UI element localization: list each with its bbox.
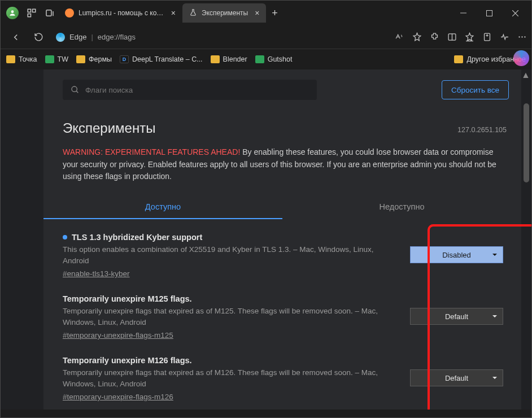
collections-icon[interactable]	[482, 32, 492, 42]
favorites-icon[interactable]	[465, 32, 474, 42]
tab-label: Эксперименты	[202, 9, 248, 17]
modified-dot-icon	[63, 235, 67, 240]
menu-icon[interactable]	[517, 32, 527, 42]
folder-icon	[454, 55, 463, 63]
browser-name: Edge	[69, 33, 86, 41]
page-viewport: Сбросить все Эксперименты 127.0.2651.105…	[1, 69, 531, 417]
extensions-icon[interactable]	[430, 32, 439, 42]
edge-logo-icon	[56, 33, 65, 42]
svg-point-15	[518, 36, 520, 37]
bookmark-item[interactable]: Точка	[6, 55, 37, 63]
refresh-button[interactable]	[30, 29, 47, 46]
flask-icon	[189, 8, 197, 18]
warning-text: WARNING: EXPERIMENTAL FEATURES AHEAD! By…	[43, 136, 521, 183]
flag-row: Temporarily unexpire M125 flags. Tempora…	[63, 289, 509, 350]
back-button[interactable]	[7, 29, 24, 46]
bookmarks-bar: Точка TW Фермы DDeepL Translate – C... B…	[1, 49, 531, 69]
address-bar[interactable]: Edge | edge://flags	[53, 33, 139, 42]
svg-line-19	[76, 91, 78, 93]
scroll-thumb[interactable]	[524, 103, 529, 182]
url-text: edge://flags	[98, 33, 136, 41]
svg-rect-3	[28, 14, 30, 17]
flag-title: TLS 1.3 hybridized Kyber support	[72, 233, 202, 242]
scroll-up-icon[interactable]: ▲	[522, 72, 529, 79]
folder-icon	[76, 55, 85, 63]
search-input[interactable]	[63, 80, 317, 100]
flag-anchor-link[interactable]: #temporary-unexpire-flags-m125	[63, 331, 173, 339]
svg-point-18	[72, 86, 77, 92]
new-tab-button[interactable]: +	[266, 5, 283, 21]
window-titlebar: Lumpics.ru - помощь с компью × Экспериме…	[1, 1, 531, 25]
tab-experiments[interactable]: Эксперименты ×	[182, 3, 266, 23]
svg-point-17	[524, 36, 525, 37]
site-favicon	[65, 8, 74, 18]
svg-rect-4	[46, 10, 51, 16]
subtabs: Доступно Недоступно	[43, 195, 521, 219]
flag-description: This option enables a combination of X25…	[63, 244, 400, 266]
svg-rect-1	[28, 9, 30, 12]
site-icon: D	[120, 55, 129, 63]
folder-icon	[6, 55, 15, 63]
tab-label: Lumpics.ru - помощь с компью	[79, 9, 164, 17]
tab-available[interactable]: Доступно	[43, 195, 282, 219]
tab-unavailable[interactable]: Недоступно	[282, 195, 521, 219]
flag-select[interactable]: Disabled	[410, 246, 503, 263]
vertical-scrollbar[interactable]: ▲	[522, 69, 530, 406]
bookmark-item[interactable]: DDeepL Translate – C...	[120, 55, 203, 63]
browser-toolbar: Edge | edge://flags	[1, 25, 531, 49]
svg-point-16	[521, 36, 522, 37]
tab-lumpics[interactable]: Lumpics.ru - помощь с компью ×	[58, 3, 182, 23]
flag-row: TLS 1.3 hybridized Kyber support This op…	[63, 227, 509, 289]
window-border-bottom	[1, 410, 531, 417]
folder-icon	[211, 55, 220, 63]
flag-description: Temporarily unexpire flags that expired …	[63, 306, 400, 328]
flag-row: Temporarily unexpire M126 flags. Tempora…	[63, 350, 509, 412]
page-title: Эксперименты	[43, 106, 521, 136]
flags-list: TLS 1.3 hybridized Kyber support This op…	[43, 219, 521, 412]
performance-icon[interactable]	[500, 32, 509, 42]
workspaces-icon[interactable]	[27, 8, 37, 18]
svg-rect-2	[33, 9, 36, 12]
flag-description: Temporarily unexpire flags that expired …	[63, 367, 400, 389]
search-icon	[71, 85, 80, 94]
flags-page: Сбросить все Эксперименты 127.0.2651.105…	[43, 69, 521, 417]
bookmark-item[interactable]: Gutshot	[255, 55, 293, 63]
version-text: 127.0.2651.105	[457, 126, 507, 134]
flag-select[interactable]: Default	[410, 308, 503, 325]
flag-select[interactable]: Default	[410, 369, 503, 386]
copilot-button[interactable]	[513, 50, 529, 66]
tab-actions-icon[interactable]	[45, 8, 55, 18]
split-icon[interactable]	[447, 32, 457, 42]
search-field[interactable]	[85, 86, 309, 94]
svg-point-0	[11, 10, 14, 13]
read-aloud-icon[interactable]	[395, 33, 404, 41]
bookmark-item[interactable]: TW	[45, 55, 68, 63]
flag-title: Temporarily unexpire M125 flags.	[63, 294, 192, 303]
bookmark-item[interactable]: Blender	[211, 55, 247, 63]
reset-all-button[interactable]: Сбросить все	[442, 80, 509, 99]
maximize-button[interactable]	[476, 4, 502, 22]
minimize-button[interactable]	[450, 4, 476, 22]
flag-title: Temporarily unexpire M126 flags.	[63, 356, 192, 365]
close-icon[interactable]: ×	[255, 8, 259, 18]
site-icon	[255, 55, 264, 63]
site-icon	[45, 55, 54, 63]
close-window-button[interactable]	[502, 4, 528, 22]
profile-avatar[interactable]	[6, 7, 19, 19]
flag-anchor-link[interactable]: #enable-tls13-kyber	[63, 269, 130, 278]
flag-anchor-link[interactable]: #temporary-unexpire-flags-m126	[63, 393, 173, 401]
close-icon[interactable]: ×	[171, 8, 176, 18]
bookmark-item[interactable]: Фермы	[76, 55, 112, 63]
star-icon[interactable]	[412, 32, 422, 42]
svg-rect-6	[486, 10, 492, 16]
